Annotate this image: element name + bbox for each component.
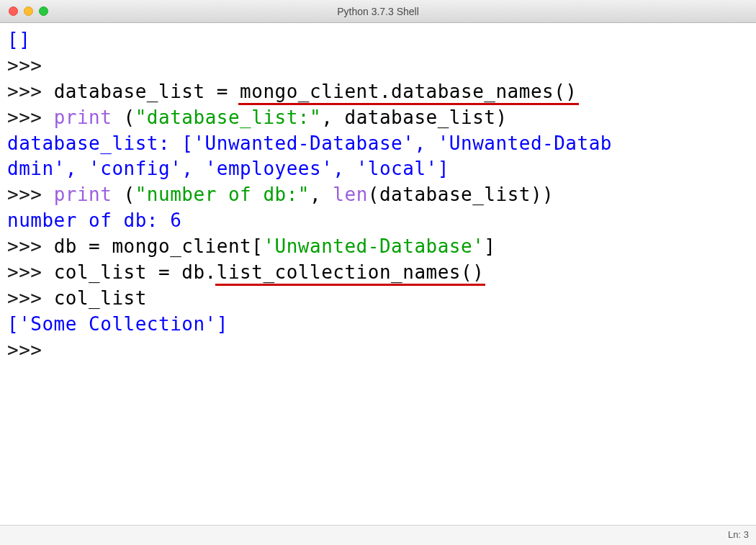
code-text: col_list [54,287,147,309]
string-literal: "number of db:" [135,184,310,205]
builtin-len: len [333,184,367,205]
prompt: >>> [7,339,54,361]
prompt: >>> [7,235,54,257]
code-text: ] [484,235,495,257]
code-text: db = mongo_client[ [54,235,264,257]
shell-content[interactable]: [] >>> >>> database_list = mongo_client.… [0,23,756,524]
code-text: ( [112,107,135,128]
close-icon[interactable] [9,6,18,16]
output-text: 'config' [89,158,181,179]
code-text: , database_list) [321,107,507,128]
output-text: 'employees' [205,158,333,179]
string-literal: "database_list:" [135,107,321,128]
output-text: , [66,158,89,179]
prompt: >>> [7,287,54,309]
code-text: ( [112,184,135,205]
line-indicator: Ln: 3 [728,529,749,540]
underlined-code: list_collection_names() [217,261,485,283]
output-text: number of db: 6 [7,210,181,231]
output-text: 'Some Collection' [19,313,217,335]
output-text: , [414,132,437,154]
output-text: database_list: [ [7,132,193,154]
output-line: [] [7,29,30,50]
output-text: , [333,158,356,179]
output-text: 'local' [356,158,438,179]
output-text: [ [7,313,19,335]
titlebar: Python 3.7.3 Shell [0,0,756,23]
prompt: >>> [7,81,54,102]
prompt: >>> [7,107,54,128]
code-text: , [310,184,333,205]
output-text: 'Unwanted-Datab [438,132,612,154]
output-text: dmin' [7,158,66,179]
maximize-icon[interactable] [39,6,48,16]
traffic-lights [0,6,48,16]
prompt: >>> [7,261,54,283]
code-text: col_list = db. [54,261,217,283]
prompt: >>> [7,184,54,205]
builtin-print: print [54,184,112,205]
underlined-code: mongo_client.database_names() [240,81,577,102]
output-text: , [181,158,204,179]
string-literal: 'Unwanted-Database' [263,235,484,257]
output-text: 'Unwanted-Database' [193,132,414,154]
output-text: ] [438,158,449,179]
builtin-print: print [54,107,112,128]
statusbar: Ln: 3 [0,525,756,545]
code-text: database_list = [54,81,240,102]
window-title: Python 3.7.3 Shell [337,6,419,17]
prompt: >>> [7,55,42,76]
output-text: ] [217,313,228,335]
minimize-icon[interactable] [24,6,33,16]
code-text: (database_list)) [368,184,554,205]
